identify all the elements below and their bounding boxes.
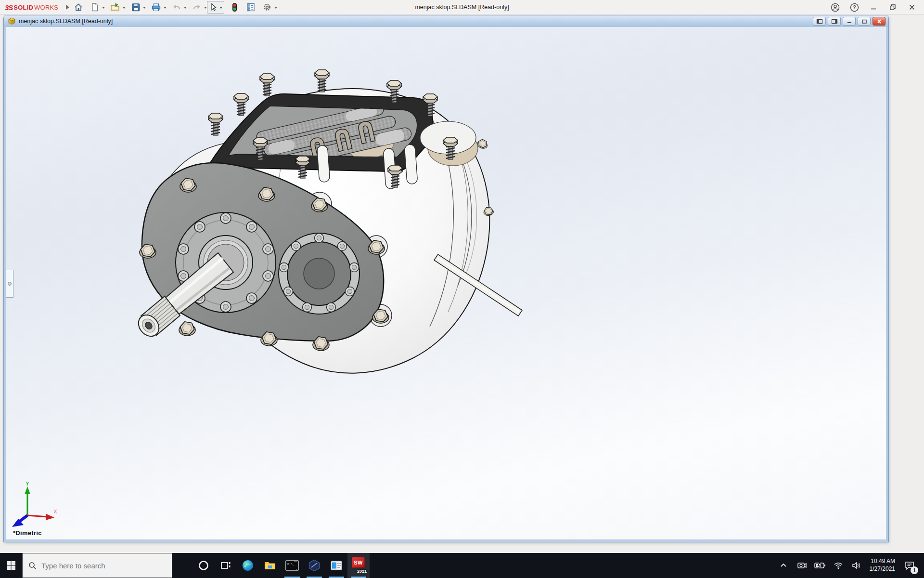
x-axis: X (27, 509, 57, 520)
svg-text:X: X (53, 509, 57, 514)
undo-button[interactable] (170, 1, 183, 13)
open-dropdown[interactable] (123, 7, 126, 10)
performance-stoplight-button[interactable] (228, 1, 241, 13)
close-icon (908, 3, 916, 11)
battery-button[interactable] (811, 553, 829, 578)
redo-button[interactable] (191, 1, 203, 13)
pane-right-button[interactable] (828, 17, 841, 26)
windows-taskbar: C:\_ SW 2021 (0, 553, 924, 578)
save-dropdown[interactable] (143, 7, 146, 10)
command-prompt-button[interactable]: C:\_ (281, 553, 303, 578)
cortana-button[interactable] (192, 553, 215, 578)
restore-icon (889, 3, 897, 11)
search-input[interactable] (41, 562, 157, 570)
meet-now-button[interactable] (793, 553, 811, 578)
app-window-controls: ? (827, 0, 920, 14)
quick-access-toolbar (72, 0, 277, 14)
svg-text:?: ? (853, 4, 856, 10)
clock-time: 10:49 AM (870, 558, 895, 565)
account-button[interactable] (827, 1, 843, 13)
orientation-triad[interactable]: Y X (11, 482, 59, 530)
hexagon-app-button[interactable] (303, 553, 325, 578)
restore-button[interactable] (885, 1, 901, 13)
home-button[interactable] (72, 1, 85, 13)
assembly-icon (8, 17, 16, 25)
doc-close-button[interactable] (873, 17, 886, 26)
ds-logo-icon: 3S (5, 3, 13, 12)
task-view-icon (220, 560, 231, 571)
minimize-button[interactable] (865, 1, 882, 13)
wifi-button[interactable] (829, 553, 847, 578)
pane-left-icon (816, 19, 823, 24)
new-document-icon (90, 2, 100, 12)
file-explorer-button[interactable] (259, 553, 281, 578)
minimize-icon (870, 3, 877, 11)
tray-overflow-button[interactable] (774, 553, 793, 578)
pane-right-icon (831, 19, 838, 24)
select-cursor-icon (209, 2, 218, 12)
brand-expand-icon[interactable] (66, 5, 72, 10)
window-app-icon (330, 559, 343, 572)
volume-button[interactable] (847, 553, 866, 578)
stoplight-icon (230, 2, 239, 12)
handle-knob-icon (8, 282, 12, 286)
task-pane-button[interactable] (244, 1, 257, 13)
start-button[interactable] (0, 553, 22, 578)
doc-minimize-icon (846, 19, 853, 24)
battery-charging-icon (814, 562, 826, 569)
select-tool-button[interactable] (207, 1, 224, 13)
undo-dropdown[interactable] (184, 7, 187, 10)
taskbar-search[interactable] (22, 553, 172, 578)
edge-icon (242, 559, 254, 572)
new-document-button[interactable] (89, 1, 101, 13)
hexagon-app-icon (308, 559, 321, 572)
document-titlebar[interactable]: menjac sklop.SLDASM [Read-only] (4, 15, 888, 27)
search-icon (28, 562, 37, 570)
file-explorer-icon (264, 559, 276, 572)
pane-left-button[interactable] (813, 17, 826, 26)
brand-works: WORKS (34, 4, 58, 11)
meet-now-icon (797, 561, 807, 570)
featuremanager-handle[interactable] (6, 270, 13, 298)
print-icon (151, 2, 161, 12)
countershaft-cover (279, 233, 359, 314)
home-icon (74, 2, 83, 12)
doc-restore-button[interactable] (858, 17, 871, 26)
doc-minimize-button[interactable] (843, 17, 856, 26)
options-button[interactable] (261, 1, 273, 13)
print-dropdown[interactable] (164, 7, 167, 10)
redo-icon (192, 2, 202, 12)
document-window-controls (813, 17, 886, 26)
document-title: menjac sklop.SLDASM [Read-only] (19, 18, 113, 25)
app-title: menjac sklop.SLDASM [Read-only] (415, 0, 509, 14)
open-button[interactable] (109, 1, 122, 13)
z-axis (12, 515, 27, 527)
save-button[interactable] (129, 1, 142, 13)
app-titlebar: 3S SOLIDWORKS (0, 0, 924, 14)
options-dropdown[interactable] (274, 7, 277, 10)
3d-viewport[interactable]: Y X *Dimetric (4, 27, 888, 542)
help-button[interactable]: ? (846, 1, 862, 13)
svg-text:Y: Y (26, 482, 29, 486)
select-dropdown[interactable] (219, 7, 222, 10)
edge-button[interactable] (237, 553, 259, 578)
gearbox-model (6, 27, 886, 539)
y-axis: Y (25, 482, 30, 515)
save-icon (131, 2, 141, 12)
task-view-button[interactable] (215, 553, 237, 578)
new-document-dropdown[interactable] (102, 7, 105, 10)
close-button[interactable] (904, 1, 920, 13)
print-button[interactable] (150, 1, 163, 13)
solidworks-app-button[interactable]: SW 2021 (347, 553, 370, 578)
system-tray: 10:49 AM 1/27/2021 1 (774, 553, 924, 578)
user-icon (831, 3, 840, 12)
action-center-button[interactable]: 1 (899, 553, 920, 578)
help-icon: ? (850, 3, 859, 12)
task-pane-icon (246, 2, 256, 12)
window-app-button[interactable] (325, 553, 347, 578)
taskbar-clock[interactable]: 10:49 AM 1/27/2021 (866, 558, 899, 573)
brand-solid: SOLID (13, 4, 33, 11)
undo-icon (172, 2, 181, 12)
cortana-icon (198, 560, 209, 571)
open-icon (110, 2, 120, 12)
